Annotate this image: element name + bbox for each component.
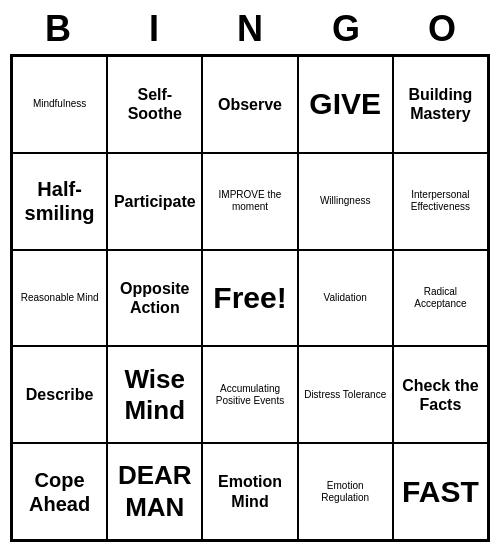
cell-text-r4-c4: FAST xyxy=(402,474,479,510)
cell-text-r2-c1: Opposite Action xyxy=(112,279,197,317)
cell-r4-c2[interactable]: Emotion Mind xyxy=(202,443,297,540)
cell-text-r0-c4: Building Mastery xyxy=(398,85,483,123)
cell-text-r3-c2: Accumulating Positive Events xyxy=(207,383,292,407)
cell-r0-c1[interactable]: Self-Soothe xyxy=(107,56,202,153)
cell-text-r3-c1: Wise Mind xyxy=(112,364,197,426)
cell-r1-c0[interactable]: Half-smiling xyxy=(12,153,107,250)
cell-text-r3-c0: Describe xyxy=(26,385,94,404)
cell-text-r1-c1: Participate xyxy=(114,192,196,211)
cell-r0-c3[interactable]: GIVE xyxy=(298,56,393,153)
cell-r0-c4[interactable]: Building Mastery xyxy=(393,56,488,153)
cell-r4-c4[interactable]: FAST xyxy=(393,443,488,540)
cell-text-r1-c3: Willingness xyxy=(320,195,371,207)
cell-text-r1-c0: Half-smiling xyxy=(17,177,102,225)
cell-text-r4-c1: DEAR MAN xyxy=(112,460,197,522)
cell-r1-c2[interactable]: IMPROVE the moment xyxy=(202,153,297,250)
title-letter-N: N xyxy=(206,8,294,50)
cell-text-r2-c0: Reasonable Mind xyxy=(21,292,99,304)
title-letter-G: G xyxy=(302,8,390,50)
cell-text-r1-c4: Interpersonal Effectiveness xyxy=(398,189,483,213)
cell-r4-c1[interactable]: DEAR MAN xyxy=(107,443,202,540)
cell-text-r4-c2: Emotion Mind xyxy=(207,472,292,510)
cell-r1-c3[interactable]: Willingness xyxy=(298,153,393,250)
cell-text-r0-c2: Observe xyxy=(218,95,282,114)
cell-text-r2-c2: Free! xyxy=(213,280,286,316)
cell-r1-c4[interactable]: Interpersonal Effectiveness xyxy=(393,153,488,250)
cell-r3-c0[interactable]: Describe xyxy=(12,346,107,443)
cell-r2-c3[interactable]: Validation xyxy=(298,250,393,347)
cell-text-r3-c4: Check the Facts xyxy=(398,376,483,414)
cell-text-r3-c3: Distress Tolerance xyxy=(304,389,386,401)
cell-text-r2-c3: Validation xyxy=(324,292,367,304)
cell-r1-c1[interactable]: Participate xyxy=(107,153,202,250)
title-letter-B: B xyxy=(14,8,102,50)
cell-r2-c2[interactable]: Free! xyxy=(202,250,297,347)
cell-text-r4-c0: Cope Ahead xyxy=(17,468,102,516)
cell-r3-c3[interactable]: Distress Tolerance xyxy=(298,346,393,443)
cell-text-r0-c0: Mindfulness xyxy=(33,98,86,110)
cell-text-r0-c3: GIVE xyxy=(309,86,381,122)
bingo-grid: MindfulnessSelf-SootheObserveGIVEBuildin… xyxy=(10,54,490,542)
cell-r3-c2[interactable]: Accumulating Positive Events xyxy=(202,346,297,443)
cell-r3-c4[interactable]: Check the Facts xyxy=(393,346,488,443)
title-letter-O: O xyxy=(398,8,486,50)
cell-text-r4-c3: Emotion Regulation xyxy=(303,480,388,504)
cell-r4-c3[interactable]: Emotion Regulation xyxy=(298,443,393,540)
cell-r4-c0[interactable]: Cope Ahead xyxy=(12,443,107,540)
cell-text-r2-c4: Radical Acceptance xyxy=(398,286,483,310)
cell-r2-c0[interactable]: Reasonable Mind xyxy=(12,250,107,347)
cell-r3-c1[interactable]: Wise Mind xyxy=(107,346,202,443)
title-letter-I: I xyxy=(110,8,198,50)
cell-r0-c2[interactable]: Observe xyxy=(202,56,297,153)
cell-text-r1-c2: IMPROVE the moment xyxy=(207,189,292,213)
cell-text-r0-c1: Self-Soothe xyxy=(112,85,197,123)
cell-r2-c1[interactable]: Opposite Action xyxy=(107,250,202,347)
bingo-title: BINGO xyxy=(10,0,490,54)
cell-r2-c4[interactable]: Radical Acceptance xyxy=(393,250,488,347)
cell-r0-c0[interactable]: Mindfulness xyxy=(12,56,107,153)
